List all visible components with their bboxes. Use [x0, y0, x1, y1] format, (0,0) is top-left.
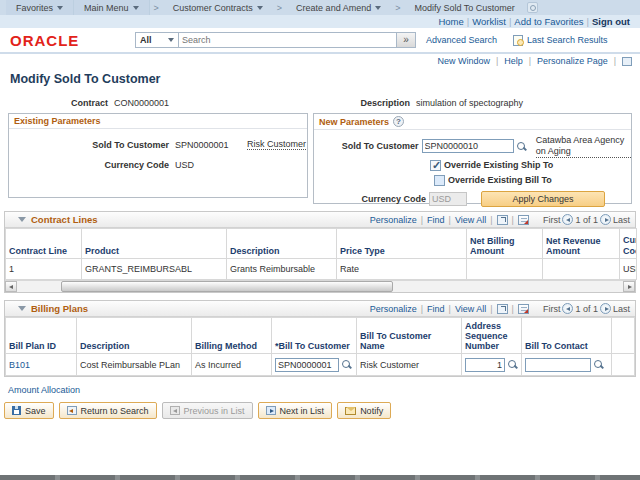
lookup-icon[interactable]	[341, 359, 352, 370]
override-ship-to-checkbox[interactable]	[430, 160, 441, 171]
contract-lines-table: Contract Line Product Description Price …	[5, 228, 637, 280]
scroll-right-icon[interactable]	[623, 281, 635, 292]
separator: |	[447, 304, 453, 314]
advanced-search-link[interactable]: Advanced Search	[426, 35, 497, 45]
lookup-icon[interactable]	[516, 141, 526, 152]
bill-plan-id-link[interactable]: B101	[9, 360, 30, 370]
amount-allocation-link[interactable]: Amount Allocation	[8, 385, 80, 395]
collapse-icon[interactable]	[18, 217, 26, 222]
next-row-icon[interactable]	[600, 303, 611, 314]
last-label: Last	[613, 215, 630, 225]
page-title: Modify Sold To Customer	[10, 72, 640, 86]
separator: |	[527, 56, 533, 66]
notify-button[interactable]: Notify	[337, 402, 391, 419]
page-toolbar: Save Return to Search Previous in List N…	[4, 402, 640, 419]
personalize-page-link[interactable]: Personalize Page	[537, 56, 608, 66]
cell-currency-code-clipped: USD	[620, 259, 637, 280]
col-description: Description	[227, 229, 337, 259]
horizontal-scrollbar[interactable]	[5, 280, 635, 292]
return-to-search-label: Return to Search	[81, 406, 149, 416]
cell-bill-to-customer-name: Risk Customer	[357, 354, 462, 376]
download-grid-icon[interactable]	[518, 215, 529, 225]
previous-row-icon[interactable]	[562, 303, 573, 314]
breadcrumb-current-page-label: Modify Sold To Customer	[414, 3, 514, 13]
zoom-grid-icon[interactable]	[497, 304, 508, 314]
apply-changes-button[interactable]: Apply Changes	[481, 191, 605, 207]
existing-sold-to-value: SPN0000001	[175, 140, 233, 150]
col-bill-to-customer-name: Bill To Customer Name	[357, 318, 462, 354]
previous-row-icon[interactable]	[562, 214, 573, 225]
new-sold-to-name-link[interactable]: Catawba Area Agency on Aging	[536, 135, 631, 158]
breadcrumb-create-and-amend[interactable]: Create and Amend	[286, 0, 391, 15]
personalize-link[interactable]: Personalize	[370, 304, 417, 314]
last-search-results-link[interactable]: Last Search Results	[527, 35, 608, 45]
help-icon[interactable]: ?	[393, 116, 404, 127]
col-net-billing-amount: Net Billing Amount	[467, 229, 543, 259]
breadcrumb-current-page: Modify Sold To Customer	[404, 0, 524, 15]
find-link[interactable]: Find	[427, 304, 445, 314]
description-label: Description	[320, 98, 410, 108]
cell-description: Grants Reimbursable	[227, 259, 337, 280]
lookup-icon[interactable]	[507, 359, 518, 370]
last-label: Last	[613, 304, 630, 314]
breadcrumb-search-icon[interactable]	[527, 2, 538, 13]
separator: |	[510, 215, 516, 225]
breadcrumb-favorites[interactable]: Favorites	[6, 0, 74, 15]
address-sequence-input[interactable]	[465, 358, 505, 372]
cell-net-billing-amount	[467, 259, 543, 280]
breadcrumb: Favorites Main Menu > Customer Contracts…	[0, 0, 640, 15]
existing-sold-to-name-link[interactable]: Risk Customer	[247, 139, 306, 150]
separator: |	[506, 16, 514, 27]
add-to-favorites-link[interactable]: Add to Favorites	[514, 16, 583, 27]
cell-billing-method: As Incurred	[192, 354, 272, 376]
separator: |	[612, 56, 618, 66]
breadcrumb-main-menu[interactable]: Main Menu	[74, 0, 150, 15]
download-grid-icon[interactable]	[518, 304, 529, 314]
help-link[interactable]: Help	[504, 56, 523, 66]
view-all-link[interactable]: View All	[455, 215, 486, 225]
view-all-link[interactable]: View All	[455, 304, 486, 314]
collapse-icon[interactable]	[18, 306, 26, 311]
cell-description: Cost Reimbursable PLan	[77, 354, 192, 376]
save-button[interactable]: Save	[4, 402, 54, 419]
override-bill-to-checkbox[interactable]	[434, 175, 445, 186]
app-header: ORACLE All » Advanced Search Last Search…	[0, 28, 640, 54]
lookup-icon[interactable]	[593, 359, 604, 370]
chevron-down-icon	[375, 6, 381, 10]
chevron-down-icon	[168, 38, 174, 42]
scroll-left-icon[interactable]	[5, 281, 17, 292]
find-link[interactable]: Find	[427, 215, 445, 225]
new-window-link[interactable]: New Window	[437, 56, 490, 66]
breadcrumb-customer-contracts[interactable]: Customer Contracts	[163, 0, 273, 15]
col-net-revenue-amount: Net Revenue Amount	[543, 229, 620, 259]
contract-value: CON0000001	[114, 98, 169, 108]
separator: |	[584, 16, 592, 27]
billing-plans-title: Billing Plans	[31, 303, 88, 314]
new-sold-to-input[interactable]	[422, 139, 514, 153]
scrollbar-thumb[interactable]	[61, 281, 393, 292]
override-bill-to-label: Override Existing Bill To	[448, 175, 552, 185]
previous-in-list-icon	[170, 406, 180, 415]
personalize-link[interactable]: Personalize	[370, 215, 417, 225]
return-to-search-button[interactable]: Return to Search	[59, 402, 157, 419]
next-in-list-button[interactable]: Next in List	[258, 402, 333, 419]
notify-icon	[345, 407, 356, 415]
search-scope-value: All	[140, 35, 152, 45]
search-go-button[interactable]: »	[397, 32, 416, 48]
bill-to-contact-input[interactable]	[525, 358, 591, 372]
separator: |	[488, 215, 494, 225]
zoom-grid-icon[interactable]	[497, 215, 508, 225]
next-in-list-icon	[266, 406, 276, 415]
page-links: New Window | Help | Personalize Page |	[0, 54, 640, 66]
new-parameters-title: New Parameters	[319, 117, 389, 127]
bill-to-customer-input[interactable]	[275, 358, 339, 372]
search-scope-dropdown[interactable]: All	[135, 32, 179, 48]
http-icon[interactable]	[622, 57, 632, 66]
separator: |	[419, 215, 425, 225]
contract-label: Contract	[0, 98, 108, 108]
worklist-link[interactable]: Worklist	[472, 16, 506, 27]
sign-out-link[interactable]: Sign out	[592, 16, 630, 27]
home-link[interactable]: Home	[438, 16, 463, 27]
search-input[interactable]	[179, 32, 397, 48]
next-row-icon[interactable]	[600, 214, 611, 225]
